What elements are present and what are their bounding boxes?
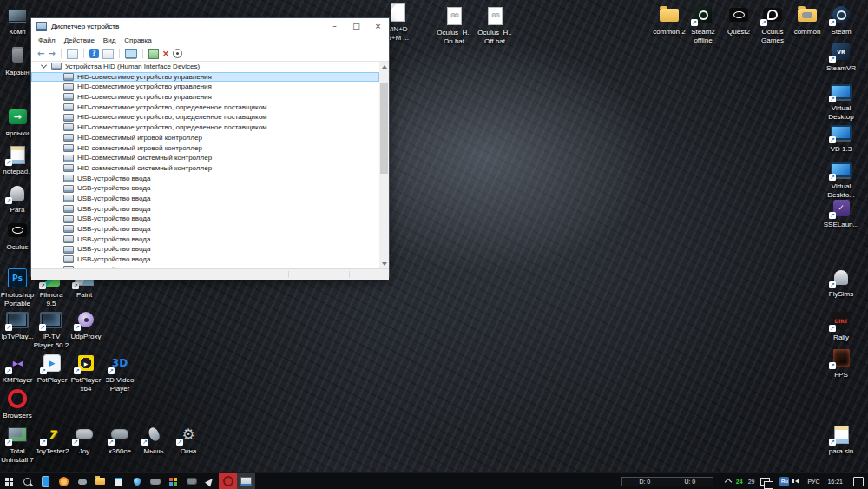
taskbar-button-water-drop-app[interactable] bbox=[128, 473, 146, 489]
tree-item[interactable]: USB-устройство ввода bbox=[31, 183, 379, 194]
taskbar-button-start[interactable] bbox=[0, 473, 18, 489]
desktop-icon-label: Oculus_H..Off.bat bbox=[477, 29, 512, 45]
desktop-icon-virtual-desktop-2[interactable]: ↗VirtualDeskto... bbox=[815, 158, 867, 199]
taskbar-button-opera-browser[interactable] bbox=[219, 473, 237, 489]
tree-item[interactable]: HID-совместимый системный контроллер bbox=[31, 163, 379, 174]
maximize-button[interactable]: □ bbox=[345, 18, 367, 34]
tree-item[interactable]: USB-устройство ввода bbox=[31, 224, 379, 235]
tree-root[interactable]: Устройства HID (Human Interface Devices) bbox=[31, 62, 379, 72]
menu-item-action[interactable]: Действие bbox=[60, 36, 99, 44]
scrollbar-thumb[interactable] bbox=[380, 83, 388, 174]
tree-item-label: USB-устройство ввода bbox=[77, 194, 150, 204]
device-icon bbox=[63, 195, 74, 202]
taskbar-button-device-manager[interactable] bbox=[237, 473, 255, 489]
menu-item-help[interactable]: Справка bbox=[120, 36, 155, 44]
notification-center-icon[interactable] bbox=[853, 477, 864, 486]
desktop-icon-okna[interactable]: ⚙↗Окна bbox=[162, 423, 214, 456]
desktop-icon-steamvr[interactable]: VR↗SteamVR bbox=[815, 40, 867, 73]
desktop-icon-udpproxy[interactable]: ↗UdpProxy bbox=[60, 308, 112, 341]
tree-item[interactable]: HID-совместимое устройство управления bbox=[31, 82, 379, 92]
menu-item-file[interactable]: Файл bbox=[34, 36, 60, 44]
hidden-icons-chevron-icon[interactable] bbox=[725, 479, 732, 486]
desktop-icon-oculus-h-off-bat[interactable]: ⚙⚙Oculus_H..Off.bat bbox=[469, 4, 521, 45]
tree-root-label: Устройства HID (Human Interface Devices) bbox=[65, 62, 200, 72]
show-window-icon[interactable] bbox=[67, 49, 78, 59]
taskbar-button-jet-app[interactable] bbox=[201, 473, 219, 489]
desktop-icon-label: Комп bbox=[10, 28, 26, 36]
taskbar-button-file-explorer[interactable] bbox=[91, 473, 109, 489]
tree-item[interactable]: USB-устройство ввода bbox=[31, 194, 379, 204]
monitor-icon[interactable] bbox=[125, 49, 137, 58]
language-indicator[interactable]: РУС bbox=[807, 479, 819, 485]
forward-icon[interactable]: → bbox=[48, 49, 55, 58]
desktop-icon-label: VD 1.3 bbox=[831, 145, 852, 154]
tree-item[interactable]: HID-совместимое устройство управления bbox=[31, 72, 379, 83]
tree-item[interactable]: HID-совместимое устройство, определенное… bbox=[31, 112, 379, 122]
scroll-up-icon[interactable] bbox=[379, 62, 389, 71]
taskbar-button-colors-app[interactable] bbox=[164, 473, 182, 489]
speaker-icon[interactable] bbox=[795, 479, 799, 484]
taskbar-button-search[interactable] bbox=[18, 473, 36, 489]
device-icon bbox=[63, 235, 74, 243]
scrollbar[interactable] bbox=[379, 62, 389, 268]
tree-item-label: HID-совместимый системный контроллер bbox=[77, 153, 212, 163]
threed-icon: 3D↗ bbox=[105, 352, 135, 374]
scroll-down-icon[interactable] bbox=[379, 259, 389, 268]
scan-hardware-icon[interactable] bbox=[173, 49, 182, 58]
tree-item[interactable]: HID-совместимое устройство управления bbox=[31, 92, 379, 102]
shortcut-arrow-icon: ↗ bbox=[39, 282, 46, 289]
tree-item[interactable]: USB-устройство ввода bbox=[31, 235, 379, 245]
taskbar-button-everything-search[interactable] bbox=[55, 473, 73, 489]
titlebar[interactable]: Диспетчер устройств – □ × bbox=[31, 18, 389, 34]
back-icon[interactable]: ← bbox=[37, 49, 44, 58]
menu-item-view[interactable]: Вид bbox=[99, 36, 120, 44]
tree-item[interactable]: USB-устройство ввода bbox=[31, 174, 379, 184]
desktop-icon-vd-1-3[interactable]: ↗VD 1.3 bbox=[815, 121, 867, 154]
close-button[interactable]: × bbox=[367, 18, 389, 34]
desktop-icon-label: Карзын bbox=[5, 69, 29, 77]
shortcut-arrow-icon: ↗ bbox=[829, 439, 836, 446]
desktop-icon-steam[interactable]: ↗Steam bbox=[815, 3, 867, 36]
tree-item[interactable]: HID-совместимый игровой контроллер bbox=[31, 133, 379, 143]
disc-icon: ↗ bbox=[71, 308, 101, 331]
tree-item[interactable]: HID-совместимое устройство, определенное… bbox=[31, 102, 379, 113]
desktop-icon-browsers[interactable]: Browsers bbox=[0, 387, 43, 420]
desktop-icon-rally[interactable]: DiRT↗Rally bbox=[815, 309, 867, 342]
taskbar-button-controller-app[interactable] bbox=[146, 473, 164, 489]
desktop-icon-3d-video-player[interactable]: 3D↗3D VideoPlayer bbox=[94, 352, 146, 393]
shortcut-arrow-icon: ↗ bbox=[40, 367, 47, 374]
desktop-icon-label: Steam bbox=[831, 28, 851, 36]
desktop-icon-fps[interactable]: ↗FPS bbox=[815, 347, 867, 380]
update-driver-icon[interactable] bbox=[148, 49, 159, 59]
shortcut-arrow-icon: ↗ bbox=[108, 367, 115, 374]
stat-white[interactable]: 29 bbox=[748, 479, 755, 485]
uninstall-device-icon[interactable]: × bbox=[162, 49, 169, 58]
taskbar-button-gamepad-app[interactable] bbox=[182, 473, 201, 489]
tree-item[interactable]: USB-устройство ввода bbox=[31, 254, 379, 265]
desktop-icon-para-sin[interactable]: ↗para.sin bbox=[815, 423, 867, 456]
properties-icon[interactable] bbox=[102, 49, 114, 59]
tree-item[interactable]: HID-совместимый системный контроллер bbox=[31, 153, 379, 163]
taskbar-button-store[interactable] bbox=[109, 473, 128, 489]
taskbar-button-phone-app[interactable] bbox=[36, 473, 55, 489]
desktop-icon-virtual-desktop[interactable]: ↗VirtualDesktop bbox=[815, 80, 867, 121]
tree-item[interactable]: USB-устройство ввода bbox=[31, 244, 379, 254]
desktop-icon-flysims[interactable]: ↗FlySims bbox=[815, 266, 867, 299]
device-icon bbox=[63, 185, 74, 193]
tree-item[interactable]: USB-устройство ввода bbox=[31, 204, 379, 215]
tree-item[interactable]: HID-совместимое устройство, определенное… bbox=[31, 122, 379, 133]
stat-green[interactable]: 24 bbox=[736, 479, 743, 485]
status-separator bbox=[349, 271, 350, 278]
minimize-button[interactable]: – bbox=[324, 18, 345, 34]
desktop-icon-sselaunch[interactable]: ✓↗SSELaun... bbox=[815, 196, 867, 229]
tree-item[interactable]: USB-устройство ввода bbox=[31, 214, 379, 224]
help-icon[interactable]: ? bbox=[89, 49, 99, 58]
network-icon[interactable] bbox=[760, 478, 770, 486]
tree-item[interactable]: HID-совместимый игровой контроллер bbox=[31, 143, 379, 154]
taskbar-button-gray-app[interactable] bbox=[73, 473, 91, 489]
net-speed-monitor[interactable]: D: 0 U: 0 bbox=[621, 477, 713, 486]
clock[interactable]: 16:21 bbox=[827, 479, 843, 485]
lang-badge[interactable]: Ru bbox=[779, 477, 789, 486]
water-drop-app-icon bbox=[134, 478, 141, 486]
chevron-down-icon[interactable] bbox=[41, 63, 47, 69]
